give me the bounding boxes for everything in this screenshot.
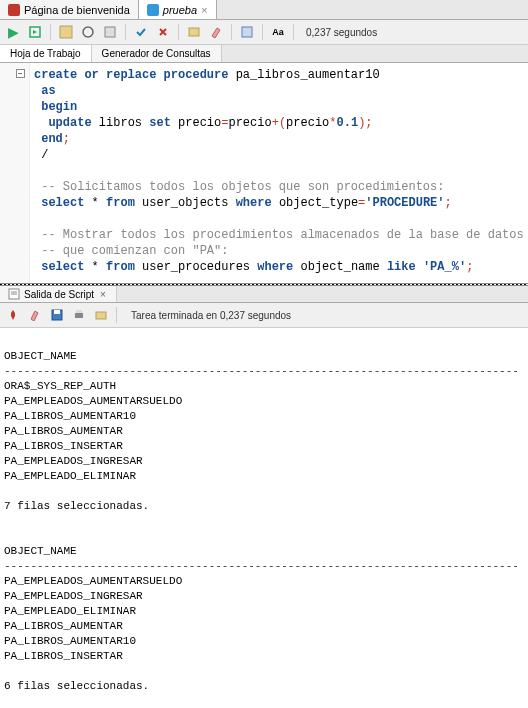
sql-tuning-button[interactable] <box>101 23 119 41</box>
separator <box>125 24 126 40</box>
pin-button[interactable] <box>4 306 22 324</box>
explain-plan-button[interactable] <box>57 23 75 41</box>
svg-rect-11 <box>75 313 83 318</box>
commit-button[interactable] <box>132 23 150 41</box>
svg-rect-1 <box>60 26 72 38</box>
separator <box>178 24 179 40</box>
file-tabs: Página de bienvenida prueba × <box>0 0 528 20</box>
svg-rect-3 <box>105 27 115 37</box>
output-line: PA_LIBROS_INSERTAR <box>4 440 123 452</box>
output-line: ----------------------------------------… <box>4 560 519 572</box>
run-button[interactable]: ▶ <box>4 23 22 41</box>
sql-file-icon <box>147 4 159 16</box>
output-toolbar: Tarea terminada en 0,237 segundos <box>0 303 528 328</box>
tab-dirty-icon: × <box>201 4 207 16</box>
svg-rect-13 <box>96 312 106 319</box>
script-output-icon <box>8 288 20 300</box>
output-line: PA_EMPLEADOS_INGRESAR <box>4 455 143 467</box>
output-line: OBJECT_NAME <box>4 350 77 362</box>
output-tab-script[interactable]: Salida de Script × <box>0 286 117 302</box>
output-line: PA_LIBROS_AUMENTAR10 <box>4 410 136 422</box>
tab-file[interactable]: prueba × <box>139 0 217 19</box>
svg-rect-12 <box>76 310 82 313</box>
output-status: Tarea terminada en 0,237 segundos <box>131 310 291 321</box>
rollback-button[interactable] <box>154 23 172 41</box>
sql-history-button[interactable] <box>238 23 256 41</box>
main-toolbar: ▶ Aa 0,237 segundos <box>0 20 528 45</box>
subtab-query-builder[interactable]: Generador de Consultas <box>92 45 222 62</box>
svg-rect-10 <box>54 310 60 314</box>
fold-toggle[interactable]: − <box>16 69 25 78</box>
code-editor[interactable]: − create or replace procedure pa_libros_… <box>0 63 528 283</box>
autotrace-button[interactable] <box>79 23 97 41</box>
tab-welcome[interactable]: Página de bienvenida <box>0 0 139 19</box>
separator <box>231 24 232 40</box>
output-line: PA_EMPLEADO_ELIMINAR <box>4 605 136 617</box>
output-line: 7 filas seleccionadas. <box>4 500 149 512</box>
svg-rect-5 <box>242 27 252 37</box>
output-line: ORA$_SYS_REP_AUTH <box>4 380 116 392</box>
output-line: ----------------------------------------… <box>4 365 519 377</box>
editor-subtabs: Hoja de Trabajo Generador de Consultas <box>0 45 528 63</box>
separator <box>116 307 117 323</box>
output-line: PA_EMPLEADO_ELIMINAR <box>4 470 136 482</box>
output-tab-label: Salida de Script <box>24 289 94 300</box>
clear-output-button[interactable] <box>26 306 44 324</box>
oracle-icon <box>8 4 20 16</box>
code-content: create or replace procedure pa_libros_au… <box>34 67 528 275</box>
separator <box>293 24 294 40</box>
save-output-button[interactable] <box>48 306 66 324</box>
svg-point-2 <box>83 27 93 37</box>
output-line: PA_LIBROS_AUMENTAR <box>4 620 123 632</box>
run-script-button[interactable] <box>26 23 44 41</box>
unshared-button[interactable] <box>185 23 203 41</box>
output-line: 6 filas seleccionadas. <box>4 680 149 692</box>
output-body[interactable]: OBJECT_NAME ----------------------------… <box>0 328 528 708</box>
separator <box>262 24 263 40</box>
tab-label: prueba <box>163 4 197 16</box>
close-icon[interactable]: × <box>98 289 108 300</box>
output-line: PA_EMPLEADOS_AUMENTARSUELDO <box>4 395 182 407</box>
output-line: PA_LIBROS_INSERTAR <box>4 650 123 662</box>
editor-gutter: − <box>0 63 30 283</box>
output-line: PA_EMPLEADOS_AUMENTARSUELDO <box>4 575 182 587</box>
output-line: PA_LIBROS_AUMENTAR <box>4 425 123 437</box>
print-button[interactable] <box>70 306 88 324</box>
subtab-worksheet[interactable]: Hoja de Trabajo <box>0 45 92 62</box>
output-tabs: Salida de Script × <box>0 286 528 303</box>
toolbar-status: 0,237 segundos <box>306 27 377 38</box>
output-line: OBJECT_NAME <box>4 545 77 557</box>
output-line: PA_EMPLEADOS_INGRESAR <box>4 590 143 602</box>
case-button[interactable]: Aa <box>269 23 287 41</box>
open-file-button[interactable] <box>92 306 110 324</box>
separator <box>50 24 51 40</box>
clear-button[interactable] <box>207 23 225 41</box>
tab-label: Página de bienvenida <box>24 4 130 16</box>
output-line: PA_LIBROS_AUMENTAR10 <box>4 635 136 647</box>
svg-rect-4 <box>189 28 199 36</box>
